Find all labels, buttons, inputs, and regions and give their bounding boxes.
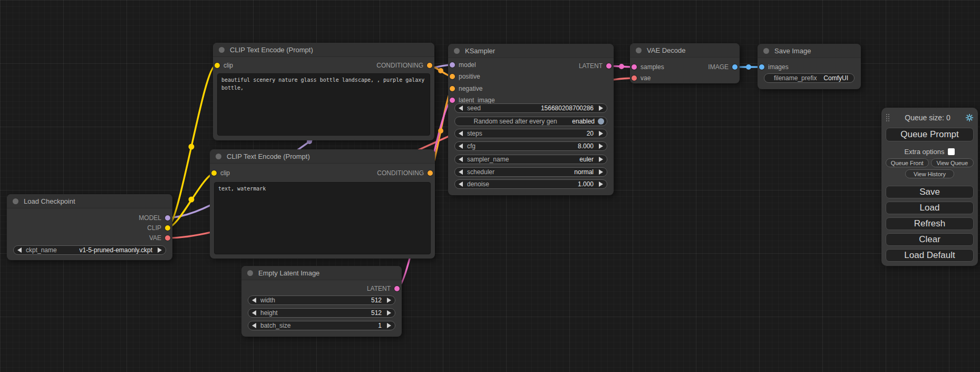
- collapse-dot-icon[interactable]: [247, 270, 253, 276]
- widget-denoise[interactable]: denoise 1.000: [454, 179, 607, 189]
- collapse-dot-icon[interactable]: [454, 48, 460, 54]
- collapse-dot-icon[interactable]: [763, 48, 769, 54]
- decrement-arrow-icon[interactable]: [252, 298, 256, 303]
- load-button[interactable]: Load: [886, 202, 974, 214]
- input-slot-clip[interactable]: [211, 170, 217, 176]
- widget-value: euler: [579, 156, 594, 163]
- output-slot-conditioning[interactable]: [427, 63, 432, 68]
- input-slot-images[interactable]: [759, 64, 764, 70]
- widget-width[interactable]: width 512: [248, 295, 395, 305]
- decrement-arrow-icon[interactable]: [459, 144, 463, 149]
- graph-canvas[interactable]: Load Checkpoint MODEL CLIP VAE ckpt_name…: [0, 0, 980, 372]
- output-label: VAE: [149, 233, 161, 243]
- output-slot-image[interactable]: [732, 64, 738, 70]
- output-slot-latent[interactable]: [394, 286, 400, 291]
- node-empty-latent-image[interactable]: Empty Latent Image LATENT width 512 heig…: [241, 266, 402, 337]
- widget-value: 1.000: [578, 180, 594, 188]
- widget-label: batch_size: [260, 322, 290, 329]
- widget-random-seed-toggle[interactable]: Random seed after every gen enabled: [454, 117, 607, 126]
- queue-front-button[interactable]: Queue Front: [886, 158, 929, 167]
- output-label: IMAGE: [708, 62, 729, 72]
- input-slot-positive[interactable]: [450, 74, 455, 79]
- extra-options-checkbox[interactable]: [948, 148, 955, 155]
- node-title-bar[interactable]: Save Image: [758, 44, 861, 58]
- node-save-image[interactable]: Save Image images filename_prefix ComfyU…: [758, 44, 861, 89]
- collapse-dot-icon[interactable]: [219, 47, 225, 53]
- input-label: positive: [459, 72, 480, 81]
- node-load-checkpoint[interactable]: Load Checkpoint MODEL CLIP VAE ckpt_name…: [7, 194, 172, 260]
- node-title-bar[interactable]: Load Checkpoint: [7, 194, 172, 208]
- output-slot-conditioning[interactable]: [428, 170, 433, 176]
- decrement-arrow-icon[interactable]: [17, 247, 22, 253]
- widget-label: height: [260, 309, 278, 317]
- collapse-dot-icon[interactable]: [13, 198, 18, 204]
- decrement-arrow-icon[interactable]: [459, 106, 463, 111]
- input-slot-vae[interactable]: [632, 75, 637, 81]
- increment-arrow-icon[interactable]: [599, 131, 603, 136]
- decrement-arrow-icon[interactable]: [459, 131, 463, 136]
- decrement-arrow-icon[interactable]: [459, 157, 463, 162]
- collapse-dot-icon[interactable]: [216, 154, 221, 159]
- increment-arrow-icon[interactable]: [387, 298, 391, 303]
- input-slot-samples[interactable]: [632, 64, 637, 70]
- increment-arrow-icon[interactable]: [599, 144, 603, 149]
- node-title-bar[interactable]: CLIP Text Encode (Prompt): [213, 43, 434, 57]
- widget-batch-size[interactable]: batch_size 1: [248, 321, 395, 330]
- view-queue-button[interactable]: View Queue: [931, 158, 974, 167]
- increment-arrow-icon[interactable]: [387, 310, 391, 316]
- clear-button[interactable]: Clear: [886, 233, 974, 246]
- settings-gear-icon[interactable]: [965, 113, 974, 122]
- save-button[interactable]: Save: [886, 186, 974, 198]
- output-slot-clip[interactable]: [165, 225, 170, 231]
- increment-arrow-icon[interactable]: [599, 157, 603, 162]
- load-default-button[interactable]: Load Default: [886, 249, 974, 262]
- widget-sampler-name[interactable]: sampler_name euler: [454, 155, 607, 164]
- output-slot-vae[interactable]: [165, 235, 170, 241]
- widget-label: scheduler: [467, 168, 494, 176]
- input-slot-negative[interactable]: [450, 86, 455, 91]
- widget-steps[interactable]: steps 20: [454, 129, 607, 138]
- node-ksampler[interactable]: KSampler model LATENT positive negative …: [448, 44, 614, 195]
- decrement-arrow-icon[interactable]: [459, 169, 463, 175]
- widget-label: ckpt_name: [26, 246, 57, 254]
- node-title-bar[interactable]: CLIP Text Encode (Prompt): [210, 149, 435, 164]
- view-history-button[interactable]: View History: [905, 169, 955, 178]
- decrement-arrow-icon[interactable]: [252, 310, 256, 316]
- widget-value: normal: [574, 168, 594, 176]
- node-title-bar[interactable]: KSampler: [448, 44, 614, 58]
- collapse-dot-icon[interactable]: [636, 47, 642, 53]
- input-slot-clip[interactable]: [215, 63, 220, 68]
- increment-arrow-icon[interactable]: [599, 182, 603, 187]
- output-slot-model[interactable]: [165, 215, 170, 221]
- widget-scheduler[interactable]: scheduler normal: [454, 167, 607, 177]
- increment-arrow-icon[interactable]: [599, 169, 603, 175]
- widget-ckpt-name[interactable]: ckpt_name v1-5-pruned-emaonly.ckpt: [13, 245, 166, 255]
- prompt-textarea[interactable]: text, watermark: [214, 182, 431, 254]
- prompt-textarea[interactable]: beautiful scenery nature glass bottle la…: [217, 73, 430, 136]
- decrement-arrow-icon[interactable]: [459, 182, 463, 187]
- output-slot-latent[interactable]: [606, 63, 612, 69]
- decrement-arrow-icon[interactable]: [252, 323, 256, 328]
- increment-arrow-icon[interactable]: [158, 247, 162, 253]
- input-label: images: [768, 62, 789, 72]
- queue-prompt-button[interactable]: Queue Prompt: [886, 128, 974, 141]
- queue-panel: Queue size: 0 Queue Prompt Extra options: [881, 108, 978, 266]
- node-vae-decode[interactable]: VAE Decode samples IMAGE vae: [630, 43, 740, 83]
- widget-filename-prefix[interactable]: filename_prefix ComfyUI: [764, 73, 855, 83]
- widget-cfg[interactable]: cfg 8.000: [454, 141, 607, 151]
- toggle-enabled-icon[interactable]: [598, 118, 604, 125]
- widget-seed[interactable]: seed 156680208700286: [454, 103, 607, 113]
- node-clip-text-encode-negative[interactable]: CLIP Text Encode (Prompt) clip CONDITION…: [210, 149, 435, 259]
- input-slot-latent-image[interactable]: [450, 98, 455, 103]
- node-title-bar[interactable]: VAE Decode: [630, 43, 740, 58]
- node-title-bar[interactable]: Empty Latent Image: [241, 266, 402, 280]
- drag-handle[interactable]: [886, 113, 890, 122]
- increment-arrow-icon[interactable]: [387, 323, 391, 328]
- increment-arrow-icon[interactable]: [599, 106, 603, 111]
- node-clip-text-encode-positive[interactable]: CLIP Text Encode (Prompt) clip CONDITION…: [213, 43, 434, 140]
- node-title: Save Image: [774, 47, 811, 55]
- widget-label: Random seed after every gen: [459, 118, 572, 125]
- widget-value: ComfyUI: [823, 74, 848, 82]
- refresh-button[interactable]: Refresh: [886, 217, 974, 230]
- widget-height[interactable]: height 512: [248, 308, 395, 318]
